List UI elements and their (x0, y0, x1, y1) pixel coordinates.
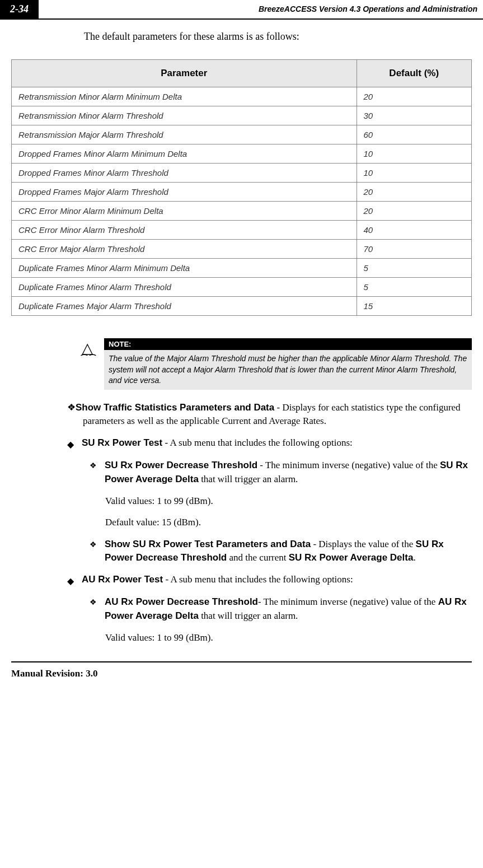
su-rx-bold: SU Rx Power Test (82, 437, 162, 448)
table-header-default: Default (%) (357, 60, 472, 87)
table-row: CRC Error Minor Alarm Minimum Delta20 (12, 202, 472, 221)
table-cell: Duplicate Frames Major Alarm Threshold (12, 297, 357, 316)
note-block: NOTE: The value of the Major Alarm Thres… (78, 338, 472, 390)
table-cell: 40 (357, 221, 472, 240)
footer-rule (11, 661, 472, 662)
cross-bullet-icon: ❖ (90, 597, 97, 608)
su-rx-dec-text1: - The minimum inverse (negative) value o… (257, 460, 440, 470)
table-row: Retransmission Minor Alarm Minimum Delta… (12, 87, 472, 106)
table-cell: 60 (357, 125, 472, 144)
table-cell: 5 (357, 278, 472, 297)
show-su-text3: . (413, 552, 415, 563)
show-traffic-item: ❖Show Traffic Statistics Parameters and … (67, 401, 472, 428)
show-su-bold3: SU Rx Power Average Delta (289, 552, 414, 563)
su-rx-item: ◆ SU Rx Power Test - A sub menu that inc… (67, 436, 472, 451)
table-cell: Duplicate Frames Minor Alarm Threshold (12, 278, 357, 297)
au-rx-dec-text1: - The minimum inverse (negative) value o… (258, 596, 438, 607)
table-cell: 70 (357, 240, 472, 259)
valid-values: Valid values: 1 to 99 (dBm). (105, 494, 472, 508)
au-rx-item: ◆ AU Rx Power Test - A sub menu that inc… (67, 573, 472, 587)
parameter-table: Parameter Default (%) Retransmission Min… (11, 59, 472, 316)
show-traffic-bold: Show Traffic Statistics Parameters and D… (76, 402, 274, 413)
table-row: Dropped Frames Minor Alarm Threshold10 (12, 164, 472, 183)
table-cell: CRC Error Minor Alarm Threshold (12, 221, 357, 240)
table-cell: Dropped Frames Minor Alarm Minimum Delta (12, 144, 357, 164)
au-rx-dec-item: ❖ AU Rx Power Decrease Threshold- The mi… (90, 595, 472, 623)
table-cell: Retransmission Minor Alarm Threshold (12, 106, 357, 125)
au-rx-text: - A sub menu that includes the following… (163, 574, 353, 585)
header-title: BreezeACCESS Version 4.3 Operations and … (39, 0, 483, 18)
table-cell: 10 (357, 164, 472, 183)
table-header-parameter: Parameter (12, 60, 357, 87)
table-cell: CRC Error Minor Alarm Minimum Delta (12, 202, 357, 221)
intro-text: The default parameters for these alarms … (84, 31, 472, 43)
table-cell: 20 (357, 183, 472, 202)
diamond-bullet-icon: ◆ (67, 438, 74, 451)
table-row: Retransmission Minor Alarm Threshold30 (12, 106, 472, 125)
show-su-item: ❖ Show SU Rx Power Test Parameters and D… (90, 538, 472, 565)
su-rx-text: - A sub menu that includes the following… (162, 437, 353, 448)
cross-bullet-icon: ❖ (90, 460, 97, 472)
table-cell: 5 (357, 259, 472, 278)
table-row: Duplicate Frames Major Alarm Threshold15 (12, 297, 472, 316)
page-number: 2-34 (0, 0, 39, 18)
su-rx-dec-text2: that will trigger an alarm. (199, 474, 298, 484)
au-rx-dec-text2: that will trigger an alarm. (199, 610, 298, 621)
valid-values-2: Valid values: 1 to 99 (dBm). (105, 631, 472, 645)
table-cell: 30 (357, 106, 472, 125)
default-value: Default value: 15 (dBm). (105, 516, 472, 530)
show-su-text1: - Displays the value of the (311, 539, 415, 549)
su-rx-dec-item: ❖ SU Rx Power Decrease Threshold - The m… (90, 459, 472, 486)
note-label: NOTE: (104, 338, 472, 350)
table-cell: Dropped Frames Minor Alarm Threshold (12, 164, 357, 183)
table-row: Duplicate Frames Minor Alarm Minimum Del… (12, 259, 472, 278)
show-su-text2: and the current (227, 552, 288, 563)
footer-text: Manual Revision: 3.0 (11, 668, 472, 690)
table-cell: 20 (357, 202, 472, 221)
table-row: Dropped Frames Minor Alarm Minimum Delta… (12, 144, 472, 164)
note-text: The value of the Major Alarm Threshold m… (104, 350, 472, 390)
note-icon (78, 339, 99, 360)
table-cell: 20 (357, 87, 472, 106)
table-row: CRC Error Minor Alarm Threshold40 (12, 221, 472, 240)
table-row: Dropped Frames Major Alarm Threshold20 (12, 183, 472, 202)
show-su-bold: Show SU Rx Power Test Parameters and Dat… (105, 539, 311, 549)
table-cell: Dropped Frames Major Alarm Threshold (12, 183, 357, 202)
table-row: CRC Error Major Alarm Threshold70 (12, 240, 472, 259)
table-row: Retransmission Major Alarm Threshold60 (12, 125, 472, 144)
table-cell: 10 (357, 144, 472, 164)
cross-bullet-icon: ❖ (67, 402, 76, 413)
au-rx-bold: AU Rx Power Test (82, 574, 163, 585)
page-header: 2-34 BreezeACCESS Version 4.3 Operations… (0, 0, 483, 20)
table-cell: CRC Error Major Alarm Threshold (12, 240, 357, 259)
table-row: Duplicate Frames Minor Alarm Threshold5 (12, 278, 472, 297)
su-rx-dec-bold: SU Rx Power Decrease Threshold (105, 460, 257, 470)
table-cell: Duplicate Frames Minor Alarm Minimum Del… (12, 259, 357, 278)
table-cell: Retransmission Major Alarm Threshold (12, 125, 357, 144)
cross-bullet-icon: ❖ (90, 539, 97, 550)
table-cell: 15 (357, 297, 472, 316)
table-cell: Retransmission Minor Alarm Minimum Delta (12, 87, 357, 106)
au-rx-dec-bold: AU Rx Power Decrease Threshold (105, 596, 258, 607)
diamond-bullet-icon: ◆ (67, 575, 74, 587)
